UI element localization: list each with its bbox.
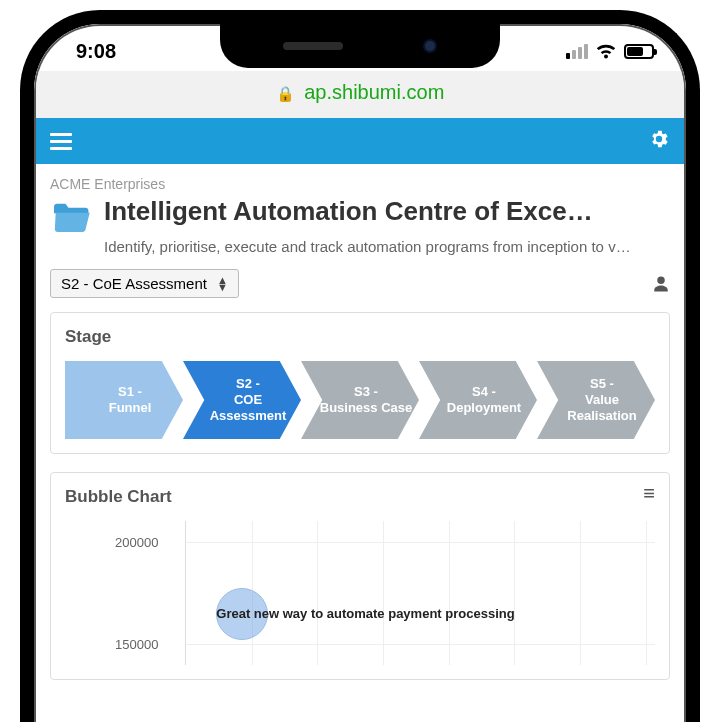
menu-button[interactable] — [50, 133, 72, 150]
stage-2[interactable]: S2 -COE Assessment — [183, 361, 301, 439]
cellular-signal-icon — [566, 44, 588, 59]
stage-select-value: S2 - CoE Assessment — [61, 275, 207, 292]
stage-panel: Stage S1 -FunnelS2 -COE AssessmentS3 -Bu… — [50, 312, 670, 454]
stage-label: S2 -COE Assessment — [199, 376, 297, 425]
stage-1[interactable]: S1 -Funnel — [65, 361, 183, 439]
app-header — [36, 118, 684, 164]
chart-area[interactable]: 200000150000Great new way to automate pa… — [115, 515, 655, 665]
stage-label: S1 -Funnel — [109, 384, 152, 417]
phone-notch — [220, 24, 500, 68]
folder-open-icon — [50, 200, 92, 234]
stage-select[interactable]: S2 - CoE Assessment ▲▼ — [50, 269, 239, 298]
y-tick: 150000 — [115, 637, 158, 652]
stage-label: S3 -Business Case — [320, 384, 413, 417]
wifi-icon — [595, 44, 617, 60]
settings-button[interactable] — [648, 128, 670, 154]
page-subtitle: Identify, prioritise, execute and track … — [104, 238, 670, 255]
stage-3[interactable]: S3 -Business Case — [301, 361, 419, 439]
gear-icon — [648, 128, 670, 150]
breadcrumb[interactable]: ACME Enterprises — [50, 176, 670, 192]
clock: 9:08 — [76, 40, 116, 63]
chart-menu-button[interactable]: ≡ — [643, 487, 655, 499]
stage-label: S5 -Value Realisation — [553, 376, 651, 425]
bubble-label: Great new way to automate payment proces… — [216, 606, 514, 621]
chart-title: Bubble Chart — [65, 487, 172, 507]
stage-label: S4 -Deployment — [447, 384, 521, 417]
battery-icon — [624, 44, 654, 59]
lock-icon: 🔒 — [276, 85, 295, 102]
stage-panel-title: Stage — [65, 327, 655, 347]
user-icon[interactable] — [652, 275, 670, 293]
page-title: Intelligent Automation Centre of Exce… — [104, 196, 670, 227]
bubble-chart-panel: Bubble Chart ≡ 200000150000Great new way… — [50, 472, 670, 680]
stage-4[interactable]: S4 -Deployment — [419, 361, 537, 439]
y-tick: 200000 — [115, 534, 158, 549]
stage-5[interactable]: S5 -Value Realisation — [537, 361, 655, 439]
browser-url-bar[interactable]: 🔒 ap.shibumi.com — [36, 71, 684, 118]
select-arrows-icon: ▲▼ — [217, 277, 228, 291]
url-text: ap.shibumi.com — [304, 81, 444, 103]
